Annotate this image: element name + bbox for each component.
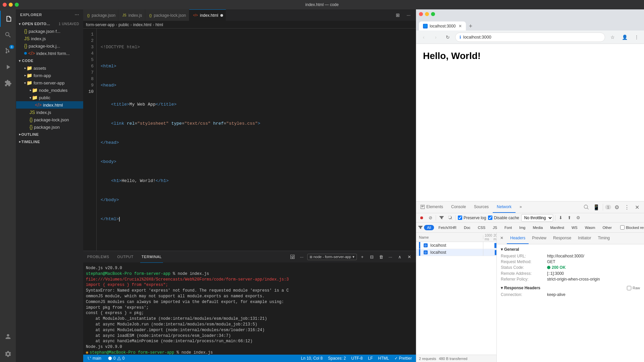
devtools-device-btn[interactable]: 📱 xyxy=(592,203,601,212)
raw-checkbox-label[interactable]: Raw xyxy=(627,286,640,290)
node-modules-folder[interactable]: ▾ 📁 node_modules xyxy=(16,86,83,94)
explorer-icon[interactable] xyxy=(0,11,16,27)
tab-package-json[interactable]: {} package.json xyxy=(83,9,118,21)
details-tab-initiator[interactable]: Initiator xyxy=(575,233,594,244)
tab-package-lock[interactable]: {} package-lock.json xyxy=(145,9,189,21)
browser-new-tab-btn[interactable]: + xyxy=(466,21,475,31)
panel-tab-terminal[interactable]: TERMINAL xyxy=(140,251,163,263)
filter-ws-btn[interactable]: WS xyxy=(569,225,581,230)
clear-btn[interactable]: ⊘ xyxy=(427,215,434,221)
filter-wasm-btn[interactable]: Wasm xyxy=(582,225,598,230)
sidebar-more-actions[interactable]: ··· xyxy=(75,12,79,17)
terminal-add-button[interactable]: + xyxy=(358,253,366,261)
outline-group[interactable]: ▾ OUTLINE xyxy=(16,131,83,138)
preserve-log-checkbox[interactable]: Preserve log xyxy=(458,216,486,220)
record-btn[interactable]: ⏺ xyxy=(418,215,425,221)
open-file-index-html[interactable]: </> index.html form... xyxy=(16,50,83,57)
devtools-more-btn[interactable]: ⋮ xyxy=(623,203,631,212)
settings-btn[interactable]: ⚙ xyxy=(575,215,582,221)
index-js-file[interactable]: JS index.js xyxy=(16,109,83,116)
package-lock-file[interactable]: {} package-lock.json xyxy=(16,116,83,123)
browser-profile-btn[interactable]: 👤 xyxy=(620,33,629,42)
terminal-new-icon[interactable] xyxy=(288,253,297,261)
browser-back-btn[interactable]: ‹ xyxy=(419,33,428,42)
breadcrumb-form-server[interactable]: form-server-app xyxy=(86,22,114,27)
open-file-index-js[interactable]: JS index.js xyxy=(16,35,83,42)
devtools-tab-elements[interactable]: Elements xyxy=(416,201,447,213)
source-control-icon[interactable]: 3 xyxy=(0,43,16,59)
form-app-folder[interactable]: ▾ 📁 form-app xyxy=(16,72,83,79)
public-folder[interactable]: ▾ 📁 public xyxy=(16,94,83,101)
browser-extension-btn[interactable]: ⋮ xyxy=(632,33,641,42)
filter-img-btn[interactable]: Img xyxy=(516,225,528,230)
details-tab-timing[interactable]: Timing xyxy=(594,233,613,244)
git-branch-status[interactable]: main xyxy=(86,356,103,361)
tab-index-js[interactable]: JS index.js xyxy=(118,9,145,21)
terminal-split-button[interactable]: ⊟ xyxy=(368,253,376,261)
devtools-tab-sources[interactable]: Sources xyxy=(470,201,493,213)
browser-tab-close-btn[interactable]: ✕ xyxy=(459,24,462,28)
filter-css-btn[interactable]: CSS xyxy=(475,225,489,230)
breadcrumb-html[interactable]: html xyxy=(155,22,163,27)
devtools-tab-more[interactable]: » xyxy=(516,201,526,213)
code-content[interactable]: <!DOCTYPE html> <html> <head> <title>My … xyxy=(97,28,416,251)
code-group[interactable]: ▾ CODE ▾ 📁 assets ▾ 📁 form-app ▾ 📁 form-… xyxy=(16,57,83,131)
details-close-btn[interactable]: ✕ xyxy=(497,233,507,244)
timeline-header[interactable]: ▾ TIMELINE xyxy=(16,138,83,145)
package-json-file[interactable]: {} package.json xyxy=(16,123,83,131)
filter-manifest-btn[interactable]: Manifest xyxy=(547,225,567,230)
devtools-close-btn[interactable]: ✕ xyxy=(633,203,641,212)
split-editor-button[interactable]: ⊞ xyxy=(393,10,402,20)
breadcrumb-public[interactable]: public xyxy=(118,22,129,27)
maximize-button[interactable] xyxy=(15,3,19,7)
export-har-btn[interactable]: ⬆ xyxy=(566,215,573,221)
network-row[interactable]: D localhost xyxy=(416,242,496,249)
window-controls[interactable] xyxy=(3,3,19,7)
open-file-package-lock[interactable]: {} package-lock.j... xyxy=(16,42,83,50)
raw-checkbox[interactable] xyxy=(627,286,631,290)
filter-js-btn[interactable]: JS xyxy=(490,225,500,230)
details-tab-preview[interactable]: Preview xyxy=(529,233,550,244)
cursor-position-status[interactable]: Ln 10, Col 8 xyxy=(300,356,324,361)
disable-cache-checkbox[interactable]: Disable cache xyxy=(488,216,519,220)
devtools-tab-console[interactable]: Console xyxy=(447,201,470,213)
code-group-header[interactable]: ▾ CODE xyxy=(16,57,83,64)
terminal-trash-button[interactable]: 🗑 xyxy=(377,253,385,261)
filter-all-btn[interactable]: All xyxy=(424,225,434,230)
terminal-output[interactable]: Node.js v20.9.0 stephan@MacBook-Pro form… xyxy=(83,263,416,355)
error-warning-status[interactable]: 0 0 xyxy=(107,356,126,361)
response-headers-title[interactable]: ▾ Response Headers Raw xyxy=(501,286,640,290)
extensions-icon[interactable] xyxy=(0,75,16,91)
details-tab-response[interactable]: Response xyxy=(550,233,575,244)
devtools-settings-btn[interactable]: ⚙ xyxy=(612,203,621,212)
close-button[interactable] xyxy=(3,3,7,7)
tab-index-html[interactable]: </> index.html xyxy=(189,9,226,21)
panel-tab-problems[interactable]: PROBLEMS xyxy=(86,251,111,263)
terminal-selector[interactable]: ⊞ node - form-server-app ▾ xyxy=(307,254,357,260)
breadcrumb-index-html[interactable]: index.html xyxy=(133,22,152,27)
form-server-app-folder[interactable]: ▾ 📁 form-server-app xyxy=(16,79,83,86)
open-editors-header[interactable]: ▾ OPEN EDITO... 1 unsaved xyxy=(16,20,83,27)
spaces-status[interactable]: Spaces: 2 xyxy=(327,356,347,361)
browser-max-btn[interactable] xyxy=(431,12,435,16)
filter-font-btn[interactable]: Font xyxy=(501,225,515,230)
devtools-tab-network[interactable]: Network xyxy=(493,201,516,213)
general-title[interactable]: ▾ General xyxy=(501,247,640,252)
filter-doc-btn[interactable]: Doc xyxy=(461,225,474,230)
minimize-button[interactable] xyxy=(9,3,13,7)
filter-other-btn[interactable]: Other xyxy=(599,225,615,230)
blocked-cookies-checkbox[interactable]: Blocked response cookies xyxy=(620,225,644,230)
more-actions-button[interactable]: ··· xyxy=(404,10,413,20)
language-status[interactable]: HTML xyxy=(377,356,390,361)
terminal-close-button[interactable]: ✕ xyxy=(405,253,413,261)
browser-tab[interactable]: 🌐 localhost:3000 ✕ xyxy=(419,21,466,31)
outline-header[interactable]: ▾ OUTLINE xyxy=(16,131,83,138)
browser-close-btn[interactable] xyxy=(419,12,423,16)
filter-media-btn[interactable]: Media xyxy=(530,225,546,230)
assets-folder[interactable]: ▾ 📁 assets xyxy=(16,64,83,72)
filter-fetch-btn[interactable]: Fetch/XHR xyxy=(435,225,460,230)
timeline-group[interactable]: ▾ TIMELINE xyxy=(16,138,83,145)
search-btn[interactable] xyxy=(447,215,453,221)
panel-tab-output[interactable]: OUTPUT xyxy=(116,251,135,263)
address-bar[interactable]: ℹ localhost:3000 xyxy=(455,33,605,42)
